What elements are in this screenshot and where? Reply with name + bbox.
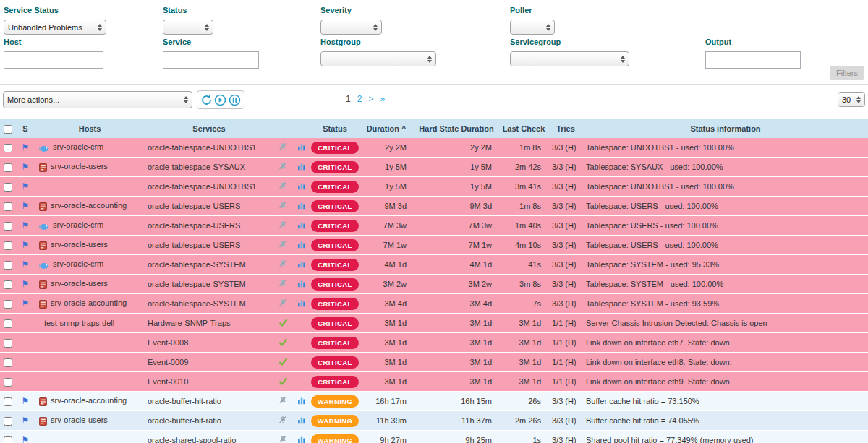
col-tries[interactable]: Tries <box>548 119 583 138</box>
bell-muted-icon[interactable] <box>278 163 287 172</box>
flag-icon[interactable]: ⚑ <box>22 181 30 192</box>
col-status[interactable]: Status <box>311 119 359 138</box>
service-link[interactable]: Hardware-SNMP-Traps <box>148 319 231 327</box>
pagination-page-2[interactable]: 2 <box>357 94 362 104</box>
col-status-information[interactable]: Status information <box>583 119 868 138</box>
col-services[interactable]: Services <box>145 119 273 138</box>
chart-bars-icon[interactable] <box>297 202 306 211</box>
bell-muted-icon[interactable] <box>278 222 287 231</box>
host-link[interactable]: srv-oracle-users <box>51 162 108 171</box>
pagination-next[interactable]: > <box>368 94 373 104</box>
more-actions-select[interactable]: More actions... <box>3 91 192 108</box>
service-link[interactable]: Event-0009 <box>148 358 188 366</box>
row-checkbox[interactable] <box>4 202 12 211</box>
status-select[interactable] <box>163 20 213 35</box>
bell-muted-icon[interactable] <box>278 241 287 250</box>
service-link[interactable]: oracle-buffer-hit-ratio <box>148 416 221 425</box>
service-link[interactable]: oracle-tablespace-SYSTEM <box>148 260 246 269</box>
pause-circle-icon[interactable] <box>228 93 241 106</box>
chart-bars-icon[interactable] <box>297 280 306 289</box>
bell-muted-icon[interactable] <box>278 397 287 406</box>
filters-button[interactable]: Filters <box>830 66 864 80</box>
row-checkbox[interactable] <box>4 280 12 289</box>
bell-muted-icon[interactable] <box>278 300 287 309</box>
check-green-icon[interactable] <box>278 319 288 328</box>
check-green-icon[interactable] <box>278 378 288 387</box>
service-link[interactable]: Event-0010 <box>148 377 188 386</box>
host-link[interactable]: srv-oracle-accounting <box>51 298 127 307</box>
row-checkbox[interactable] <box>4 378 12 387</box>
bell-muted-icon[interactable] <box>278 144 287 152</box>
host-link[interactable]: srv-oracle-users <box>51 279 108 288</box>
flag-icon[interactable]: ⚑ <box>22 162 30 172</box>
row-checkbox[interactable] <box>4 261 12 270</box>
col-last-check[interactable]: Last Check <box>499 119 548 138</box>
page-size-select[interactable]: 30 <box>838 92 865 107</box>
service-link[interactable]: oracle-shared-spool-ratio <box>148 436 236 443</box>
chart-bars-icon[interactable] <box>297 436 306 443</box>
flag-icon[interactable]: ⚑ <box>22 416 30 426</box>
flag-icon[interactable]: ⚑ <box>22 142 30 152</box>
chart-bars-icon[interactable] <box>297 222 306 231</box>
host-link[interactable]: srv-oracle-crm <box>53 142 103 151</box>
flag-icon[interactable]: ⚑ <box>22 435 30 443</box>
flag-icon[interactable]: ⚑ <box>22 220 30 231</box>
servicegroup-select[interactable] <box>510 51 629 66</box>
col-duration[interactable]: Duration^ <box>359 119 414 138</box>
output-input[interactable] <box>705 51 801 69</box>
chart-bars-icon[interactable] <box>297 183 306 192</box>
row-checkbox[interactable] <box>4 397 12 406</box>
col-hosts[interactable]: Hosts <box>35 119 145 138</box>
flag-icon[interactable]: ⚑ <box>22 259 30 270</box>
host-link[interactable]: srv-oracle-accounting <box>51 201 127 210</box>
row-checkbox[interactable] <box>4 241 12 250</box>
chart-bars-icon[interactable] <box>297 163 306 172</box>
col-hard-state-duration[interactable]: Hard State Duration <box>414 119 499 138</box>
play-circle-icon[interactable] <box>214 93 227 106</box>
flag-icon[interactable]: ⚑ <box>22 201 30 211</box>
check-green-icon[interactable] <box>278 339 288 348</box>
host-link[interactable]: srv-oracle-users <box>51 240 108 249</box>
bell-muted-icon[interactable] <box>278 261 287 270</box>
row-checkbox[interactable] <box>4 300 12 309</box>
service-link[interactable]: oracle-tablespace-SYSTEM <box>148 299 246 308</box>
chart-bars-icon[interactable] <box>297 241 306 250</box>
service-link[interactable]: oracle-tablespace-UNDOTBS1 <box>148 182 256 191</box>
chart-bars-icon[interactable] <box>297 417 306 426</box>
row-checkbox[interactable] <box>4 319 12 328</box>
service-link[interactable]: oracle-tablespace-USERS <box>148 221 240 230</box>
bell-muted-icon[interactable] <box>278 183 287 192</box>
flag-icon[interactable]: ⚑ <box>22 240 30 250</box>
chart-bars-icon[interactable] <box>297 144 306 152</box>
poller-select[interactable] <box>510 20 555 35</box>
service-link[interactable]: oracle-tablespace-SYSTEM <box>148 280 246 288</box>
severity-select[interactable] <box>320 20 382 35</box>
flag-icon[interactable]: ⚑ <box>22 298 30 309</box>
host-link[interactable]: srv-oracle-accounting <box>51 396 127 405</box>
service-link[interactable]: oracle-tablespace-SYSAUX <box>148 163 245 171</box>
service-status-select[interactable]: Unhandled Problems <box>4 20 106 35</box>
host-link[interactable]: srv-oracle-users <box>51 416 108 424</box>
bell-muted-icon[interactable] <box>278 202 287 211</box>
host-link[interactable]: srv-oracle-crm <box>53 259 103 268</box>
chart-bars-icon[interactable] <box>297 261 306 270</box>
hostgroup-select[interactable] <box>320 51 436 66</box>
service-link[interactable]: oracle-tablespace-USERS <box>148 202 240 210</box>
flag-icon[interactable]: ⚑ <box>22 279 30 289</box>
host-link[interactable]: test-snmp-traps-dell <box>44 319 114 327</box>
refresh-icon[interactable] <box>200 93 213 106</box>
host-input[interactable] <box>4 51 103 69</box>
host-link[interactable]: srv-oracle-crm <box>53 220 103 229</box>
row-checkbox[interactable] <box>4 436 12 443</box>
row-checkbox[interactable] <box>4 417 12 426</box>
service-link[interactable]: oracle-buffer-hit-ratio <box>148 397 221 405</box>
chart-bars-icon[interactable] <box>297 397 306 406</box>
row-checkbox[interactable] <box>4 163 12 172</box>
pagination-last[interactable]: » <box>380 94 385 104</box>
service-input[interactable] <box>163 51 259 69</box>
row-checkbox[interactable] <box>4 358 12 367</box>
row-checkbox[interactable] <box>4 339 12 348</box>
row-checkbox[interactable] <box>4 144 12 152</box>
select-all-checkbox[interactable] <box>4 125 12 134</box>
service-link[interactable]: oracle-tablespace-UNDOTBS1 <box>148 143 256 152</box>
